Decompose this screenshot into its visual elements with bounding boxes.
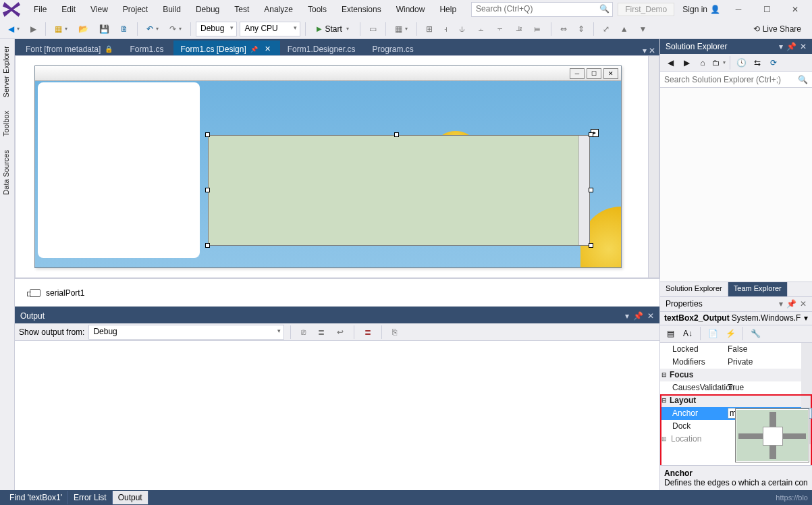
resize-handle[interactable]: [205, 132, 210, 137]
dropdown-icon[interactable]: ▾: [625, 311, 629, 321]
alphabetical-button[interactable]: A↓: [680, 326, 695, 341]
properties-button[interactable]: 📄: [705, 326, 720, 341]
output-toggle-button[interactable]: ≣: [314, 325, 329, 340]
size-button[interactable]: ⤢: [599, 22, 614, 36]
maximize-button[interactable]: ☐: [757, 2, 777, 17]
prop-value[interactable]: True: [728, 383, 812, 392]
send-back-button[interactable]: ▼: [635, 22, 651, 36]
resize-handle[interactable]: [205, 243, 210, 248]
tab-font-metadata[interactable]: Font [from metadata] 🔒: [19, 41, 122, 55]
tray-item-serialport[interactable]: serialPort1: [46, 288, 84, 298]
properties-grid[interactable]: LockedFalse ModifiersPrivate ⊟Focus Caus…: [660, 343, 812, 466]
vspace-button[interactable]: ⇕: [574, 22, 589, 36]
designer-surface[interactable]: ─ ☐ ✕: [15, 55, 659, 278]
save-button[interactable]: 💾: [95, 22, 113, 36]
designer-scrollbar[interactable]: [648, 56, 659, 277]
status-errorlist-tab[interactable]: Error List: [68, 491, 113, 504]
menu-analyze[interactable]: Analyze: [257, 2, 300, 17]
resize-handle[interactable]: [589, 132, 593, 137]
menu-edit[interactable]: Edit: [55, 2, 82, 17]
toolbox-tab[interactable]: Toolbox: [0, 104, 14, 143]
data-sources-tab[interactable]: Data Sources: [0, 143, 14, 202]
output-clear-button[interactable]: ⎚: [297, 325, 310, 340]
prop-value[interactable]: Private: [728, 357, 812, 367]
dropdown-icon[interactable]: ▾: [779, 42, 783, 51]
tb-icon-1[interactable]: ▭: [365, 22, 381, 36]
save-all-button[interactable]: 🗎: [116, 22, 132, 36]
align-center-button[interactable]: ⫝: [454, 22, 470, 36]
anchor-top-arm[interactable]: [769, 412, 776, 427]
pin-icon[interactable]: 📌: [633, 311, 643, 321]
liveshare-button[interactable]: ⟲ Live Share: [753, 24, 808, 34]
output-source-combo[interactable]: Debug: [88, 325, 284, 340]
property-pages-button[interactable]: 🔧: [748, 326, 763, 341]
align-middle-button[interactable]: ⫡: [511, 22, 527, 36]
categorized-button[interactable]: ▤: [663, 326, 678, 341]
sol-showall-button[interactable]: ⟳: [766, 55, 781, 70]
align-bottom-button[interactable]: ⫢: [530, 22, 546, 36]
new-project-button[interactable]: ▦: [51, 22, 72, 36]
menu-build[interactable]: Build: [156, 2, 188, 17]
tab-form1-designer-cs[interactable]: Form1.Designer.cs: [281, 41, 365, 55]
output-header[interactable]: Output ▾ 📌 ✕: [15, 309, 659, 323]
status-output-tab[interactable]: Output: [113, 491, 148, 504]
align-left-button[interactable]: ⫞: [439, 22, 452, 36]
server-explorer-tab[interactable]: Server Explorer: [0, 39, 14, 104]
tab-form1-cs[interactable]: Form1.cs: [123, 41, 173, 55]
nav-back-button[interactable]: ◀: [4, 22, 24, 36]
tb-icon-2[interactable]: ▦: [391, 22, 412, 36]
anchor-right-arm[interactable]: [782, 433, 806, 439]
textbox2-output-control[interactable]: ▸: [208, 135, 590, 246]
textbox-scrollbar[interactable]: [578, 136, 589, 245]
sol-sync-button[interactable]: 🗀: [711, 55, 726, 70]
tab-team-explorer[interactable]: Team Explorer: [728, 282, 788, 296]
anchor-editor-popup[interactable]: [735, 408, 809, 462]
open-file-button[interactable]: 📂: [74, 22, 92, 36]
signin-button[interactable]: Sign in 👤: [682, 5, 720, 14]
platform-combo[interactable]: Any CPU: [240, 22, 300, 36]
config-combo[interactable]: Debug: [196, 22, 237, 36]
output-wrap-button[interactable]: ↩: [333, 325, 348, 340]
menu-extensions[interactable]: Extensions: [335, 2, 388, 17]
close-button[interactable]: ✕: [785, 2, 805, 17]
hspace-button[interactable]: ⇔: [556, 22, 571, 36]
anchor-left-arm[interactable]: [738, 433, 763, 439]
close-icon[interactable]: ✕: [800, 42, 807, 51]
close-icon[interactable]: ✕: [800, 299, 807, 309]
tab-overflow[interactable]: ▾ ✕: [639, 46, 659, 55]
close-tab-icon[interactable]: ✕: [265, 45, 271, 53]
start-debug-button[interactable]: ▶ Start ▾: [310, 22, 354, 36]
tab-solution-explorer[interactable]: Solution Explorer: [660, 282, 728, 296]
resize-handle[interactable]: [589, 243, 593, 248]
menu-project[interactable]: Project: [116, 2, 155, 17]
resize-handle[interactable]: [394, 132, 399, 137]
output-text-area[interactable]: [15, 341, 659, 490]
resize-handle[interactable]: [205, 188, 210, 192]
align-grid-button[interactable]: ⊞: [422, 22, 437, 36]
redo-button[interactable]: ↷: [165, 22, 186, 36]
align-top-button[interactable]: ⫟: [492, 22, 508, 36]
dropdown-icon[interactable]: ▾: [779, 299, 783, 309]
menu-tools[interactable]: Tools: [301, 2, 333, 17]
sol-back-button[interactable]: ◀: [663, 55, 678, 70]
output-next-button[interactable]: ⎘: [388, 325, 401, 340]
menu-window[interactable]: Window: [389, 2, 432, 17]
pin-icon[interactable]: 📌: [250, 46, 258, 53]
expand-icon[interactable]: ⊞: [660, 435, 668, 442]
sol-refresh-button[interactable]: 🕓: [734, 55, 749, 70]
quick-launch-input[interactable]: Search (Ctrl+Q) 🔍: [471, 2, 613, 17]
form-window[interactable]: ─ ☐ ✕: [34, 65, 622, 268]
solution-explorer-header[interactable]: Solution Explorer ▾ 📌 ✕: [660, 39, 812, 54]
menu-test[interactable]: Test: [227, 2, 256, 17]
solution-tree[interactable]: [660, 88, 812, 282]
pin-icon[interactable]: 📌: [786, 42, 796, 51]
tab-program-cs[interactable]: Program.cs: [365, 41, 423, 55]
sol-collapse-button[interactable]: ⇆: [750, 55, 765, 70]
events-button[interactable]: ⚡: [723, 326, 738, 341]
menu-help[interactable]: Help: [433, 2, 463, 17]
properties-object-selector[interactable]: textBox2_Output System.Windows.F ▾: [660, 312, 812, 325]
minimize-button[interactable]: ─: [728, 2, 749, 17]
status-find-tab[interactable]: Find 'textBox1': [4, 491, 68, 504]
tab-form1-design[interactable]: Form1.cs [Design] 📌 ✕: [173, 41, 279, 55]
nav-forward-button[interactable]: ▶: [26, 22, 40, 36]
